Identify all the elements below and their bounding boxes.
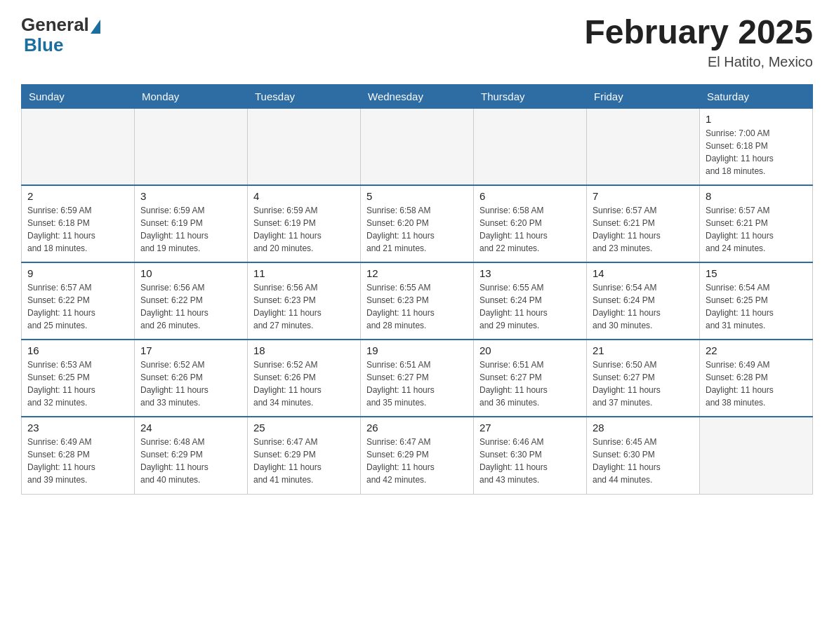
calendar-table: SundayMondayTuesdayWednesdayThursdayFrid…	[21, 84, 813, 495]
day-info: Sunrise: 6:59 AM Sunset: 6:19 PM Dayligh…	[140, 204, 241, 255]
calendar-day-cell: 22Sunrise: 6:49 AM Sunset: 6:28 PM Dayli…	[700, 340, 813, 417]
calendar-week-row: 9Sunrise: 6:57 AM Sunset: 6:22 PM Daylig…	[22, 262, 813, 340]
day-info: Sunrise: 7:00 AM Sunset: 6:18 PM Dayligh…	[706, 127, 807, 177]
day-info: Sunrise: 6:50 AM Sunset: 6:27 PM Dayligh…	[593, 358, 694, 409]
day-info: Sunrise: 6:55 AM Sunset: 6:24 PM Dayligh…	[479, 281, 581, 332]
logo: General Blue	[21, 14, 100, 54]
calendar-day-cell: 4Sunrise: 6:59 AM Sunset: 6:19 PM Daylig…	[248, 185, 361, 262]
calendar-day-cell: 5Sunrise: 6:58 AM Sunset: 6:20 PM Daylig…	[361, 185, 474, 262]
logo-general-text: General	[21, 14, 89, 36]
day-info: Sunrise: 6:45 AM Sunset: 6:30 PM Dayligh…	[593, 436, 694, 486]
location-subtitle: El Hatito, Mexico	[584, 54, 813, 70]
day-info: Sunrise: 6:58 AM Sunset: 6:20 PM Dayligh…	[366, 204, 468, 255]
calendar-week-row: 1Sunrise: 7:00 AM Sunset: 6:18 PM Daylig…	[22, 108, 813, 185]
day-info: Sunrise: 6:47 AM Sunset: 6:29 PM Dayligh…	[366, 436, 468, 486]
calendar-day-cell	[135, 108, 248, 185]
day-info: Sunrise: 6:51 AM Sunset: 6:27 PM Dayligh…	[479, 358, 581, 409]
day-number: 13	[479, 267, 581, 279]
day-info: Sunrise: 6:54 AM Sunset: 6:24 PM Dayligh…	[593, 281, 694, 332]
day-number: 1	[706, 113, 807, 125]
logo-blue-text: Blue	[24, 36, 63, 54]
calendar-day-cell	[22, 108, 135, 185]
day-info: Sunrise: 6:59 AM Sunset: 6:18 PM Dayligh…	[27, 204, 128, 255]
day-number: 8	[706, 190, 807, 202]
day-info: Sunrise: 6:56 AM Sunset: 6:23 PM Dayligh…	[253, 281, 355, 332]
calendar-day-cell: 2Sunrise: 6:59 AM Sunset: 6:18 PM Daylig…	[22, 185, 135, 262]
day-info: Sunrise: 6:56 AM Sunset: 6:22 PM Dayligh…	[140, 281, 241, 332]
calendar-day-cell: 26Sunrise: 6:47 AM Sunset: 6:29 PM Dayli…	[361, 417, 474, 494]
day-number: 4	[253, 190, 355, 202]
calendar-day-cell: 21Sunrise: 6:50 AM Sunset: 6:27 PM Dayli…	[587, 340, 700, 417]
day-info: Sunrise: 6:48 AM Sunset: 6:29 PM Dayligh…	[140, 436, 241, 486]
calendar-day-cell: 11Sunrise: 6:56 AM Sunset: 6:23 PM Dayli…	[248, 262, 361, 340]
day-number: 9	[27, 267, 128, 279]
day-info: Sunrise: 6:59 AM Sunset: 6:19 PM Dayligh…	[253, 204, 355, 255]
calendar-week-row: 23Sunrise: 6:49 AM Sunset: 6:28 PM Dayli…	[22, 417, 813, 494]
day-number: 7	[593, 190, 694, 202]
day-info: Sunrise: 6:57 AM Sunset: 6:22 PM Dayligh…	[27, 281, 128, 332]
day-info: Sunrise: 6:52 AM Sunset: 6:26 PM Dayligh…	[140, 358, 241, 409]
calendar-day-cell: 9Sunrise: 6:57 AM Sunset: 6:22 PM Daylig…	[22, 262, 135, 340]
title-block: February 2025 El Hatito, Mexico	[584, 14, 813, 70]
calendar-day-cell: 8Sunrise: 6:57 AM Sunset: 6:21 PM Daylig…	[700, 185, 813, 262]
day-number: 25	[253, 422, 355, 434]
calendar-day-cell: 14Sunrise: 6:54 AM Sunset: 6:24 PM Dayli…	[587, 262, 700, 340]
day-info: Sunrise: 6:58 AM Sunset: 6:20 PM Dayligh…	[479, 204, 581, 255]
calendar-day-header: Friday	[587, 84, 700, 108]
day-number: 3	[140, 190, 241, 202]
day-number: 20	[479, 344, 581, 356]
calendar-day-cell: 19Sunrise: 6:51 AM Sunset: 6:27 PM Dayli…	[361, 340, 474, 417]
day-number: 14	[593, 267, 694, 279]
day-number: 17	[140, 344, 241, 356]
calendar-day-header: Monday	[135, 84, 248, 108]
day-number: 6	[479, 190, 581, 202]
day-number: 22	[706, 344, 807, 356]
calendar-day-cell: 23Sunrise: 6:49 AM Sunset: 6:28 PM Dayli…	[22, 417, 135, 494]
day-number: 24	[140, 422, 241, 434]
day-number: 2	[27, 190, 128, 202]
day-number: 18	[253, 344, 355, 356]
calendar-day-header: Thursday	[474, 84, 587, 108]
calendar-day-header: Wednesday	[361, 84, 474, 108]
calendar-day-cell: 16Sunrise: 6:53 AM Sunset: 6:25 PM Dayli…	[22, 340, 135, 417]
day-number: 19	[366, 344, 468, 356]
day-number: 10	[140, 267, 241, 279]
day-info: Sunrise: 6:49 AM Sunset: 6:28 PM Dayligh…	[27, 436, 128, 486]
calendar-day-cell: 15Sunrise: 6:54 AM Sunset: 6:25 PM Dayli…	[700, 262, 813, 340]
calendar-day-cell	[248, 108, 361, 185]
day-number: 26	[366, 422, 468, 434]
day-number: 5	[366, 190, 468, 202]
calendar-day-cell: 27Sunrise: 6:46 AM Sunset: 6:30 PM Dayli…	[474, 417, 587, 494]
calendar-header-row: SundayMondayTuesdayWednesdayThursdayFrid…	[22, 84, 813, 108]
calendar-day-cell: 20Sunrise: 6:51 AM Sunset: 6:27 PM Dayli…	[474, 340, 587, 417]
day-info: Sunrise: 6:55 AM Sunset: 6:23 PM Dayligh…	[366, 281, 468, 332]
calendar-day-cell	[587, 108, 700, 185]
calendar-week-row: 2Sunrise: 6:59 AM Sunset: 6:18 PM Daylig…	[22, 185, 813, 262]
day-info: Sunrise: 6:47 AM Sunset: 6:29 PM Dayligh…	[253, 436, 355, 486]
day-info: Sunrise: 6:51 AM Sunset: 6:27 PM Dayligh…	[366, 358, 468, 409]
calendar-day-cell: 17Sunrise: 6:52 AM Sunset: 6:26 PM Dayli…	[135, 340, 248, 417]
day-info: Sunrise: 6:57 AM Sunset: 6:21 PM Dayligh…	[706, 204, 807, 255]
day-info: Sunrise: 6:53 AM Sunset: 6:25 PM Dayligh…	[27, 358, 128, 409]
day-number: 12	[366, 267, 468, 279]
calendar-day-cell: 18Sunrise: 6:52 AM Sunset: 6:26 PM Dayli…	[248, 340, 361, 417]
day-number: 21	[593, 344, 694, 356]
day-info: Sunrise: 6:49 AM Sunset: 6:28 PM Dayligh…	[706, 358, 807, 409]
calendar-day-cell: 7Sunrise: 6:57 AM Sunset: 6:21 PM Daylig…	[587, 185, 700, 262]
calendar-day-cell: 6Sunrise: 6:58 AM Sunset: 6:20 PM Daylig…	[474, 185, 587, 262]
calendar-day-cell: 12Sunrise: 6:55 AM Sunset: 6:23 PM Dayli…	[361, 262, 474, 340]
day-number: 28	[593, 422, 694, 434]
day-info: Sunrise: 6:52 AM Sunset: 6:26 PM Dayligh…	[253, 358, 355, 409]
calendar-day-header: Saturday	[700, 84, 813, 108]
main-title: February 2025	[584, 14, 813, 51]
logo-triangle-icon	[91, 20, 100, 34]
day-number: 11	[253, 267, 355, 279]
calendar-day-cell: 13Sunrise: 6:55 AM Sunset: 6:24 PM Dayli…	[474, 262, 587, 340]
day-info: Sunrise: 6:54 AM Sunset: 6:25 PM Dayligh…	[706, 281, 807, 332]
day-number: 15	[706, 267, 807, 279]
calendar-day-cell: 25Sunrise: 6:47 AM Sunset: 6:29 PM Dayli…	[248, 417, 361, 494]
calendar-day-header: Sunday	[22, 84, 135, 108]
day-info: Sunrise: 6:46 AM Sunset: 6:30 PM Dayligh…	[479, 436, 581, 486]
calendar-day-cell: 1Sunrise: 7:00 AM Sunset: 6:18 PM Daylig…	[700, 108, 813, 185]
calendar-day-header: Tuesday	[248, 84, 361, 108]
